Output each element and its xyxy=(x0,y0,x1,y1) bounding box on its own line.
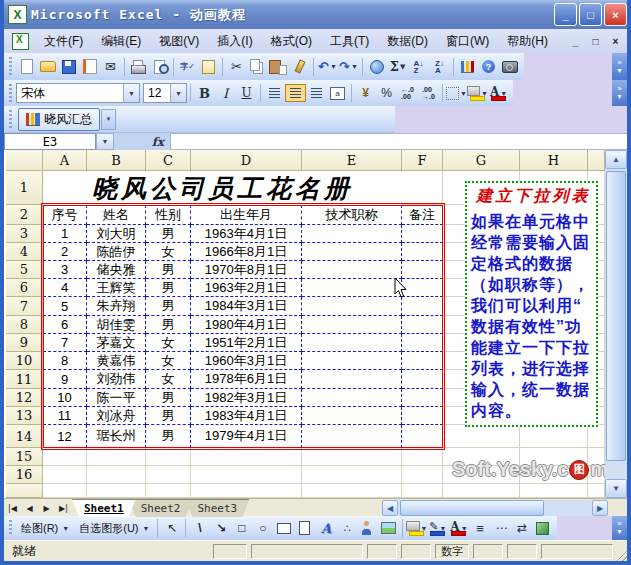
cell-A15[interactable] xyxy=(43,448,87,466)
menu-item-0[interactable]: 文件(F) xyxy=(35,30,92,53)
scroll-up-icon[interactable]: ▲ xyxy=(605,150,627,169)
cell-C5[interactable]: 男 xyxy=(146,261,191,279)
cell-Gx[interactable] xyxy=(443,484,520,498)
select-all-corner[interactable] xyxy=(6,150,43,171)
cell-D11[interactable]: 1978年6月1日 xyxy=(191,370,302,389)
doc-minimize-button[interactable]: _ xyxy=(567,34,584,49)
row-header-13[interactable]: 13 xyxy=(6,407,43,425)
cell-F14[interactable] xyxy=(402,425,443,448)
cell-B2[interactable]: 姓名 xyxy=(87,205,146,225)
tab-nav-button-1[interactable]: ◀ xyxy=(21,499,38,517)
cell-D16[interactable] xyxy=(191,466,302,484)
cell-F8[interactable] xyxy=(402,316,443,334)
row-header-11[interactable]: 11 xyxy=(6,370,43,389)
cell-D10[interactable]: 1960年3月1日 xyxy=(191,352,302,370)
toolbar-grip[interactable] xyxy=(8,520,13,537)
open-icon[interactable] xyxy=(37,58,58,76)
cell-F13[interactable] xyxy=(402,407,443,425)
chevron-down-icon[interactable]: ▼ xyxy=(481,90,488,97)
chevron-down-icon[interactable]: ▼ xyxy=(143,525,150,532)
camera-icon[interactable] xyxy=(499,58,520,76)
tab-nav-button-2[interactable]: ▶ xyxy=(38,499,55,517)
cell-B12[interactable]: 陈一平 xyxy=(87,389,146,407)
menu-item-4[interactable]: 格式(O) xyxy=(262,30,321,53)
cell-E11[interactable] xyxy=(302,370,402,389)
cell-C16[interactable] xyxy=(146,466,191,484)
clipart-icon[interactable] xyxy=(357,519,378,537)
xiaofeng-summary-button[interactable]: 晓风汇总 xyxy=(18,108,100,131)
cell-E13[interactable] xyxy=(302,407,402,425)
cell-C12[interactable]: 男 xyxy=(146,389,191,407)
font-color-icon[interactable]: A▼ xyxy=(448,519,469,537)
bold-icon[interactable]: B xyxy=(194,84,215,102)
cell-E4[interactable] xyxy=(302,243,402,261)
menu-item-6[interactable]: 数据(D) xyxy=(378,30,437,53)
row-header-7[interactable]: 7 xyxy=(6,297,43,316)
cell-C11[interactable]: 女 xyxy=(146,370,191,389)
cell-F1[interactable] xyxy=(402,171,443,205)
horizontal-scrollbar[interactable] xyxy=(398,500,592,516)
vertical-textbox-icon[interactable] xyxy=(294,519,315,537)
cell-B16[interactable] xyxy=(87,466,146,484)
fx-icon[interactable]: fx xyxy=(114,133,170,150)
research-icon[interactable] xyxy=(198,58,219,76)
chevron-down-icon[interactable]: ▼ xyxy=(400,62,405,71)
undo-icon[interactable]: ↶▼ xyxy=(317,58,338,76)
line-style-icon[interactable]: ≡ xyxy=(469,519,490,537)
cell-D14[interactable]: 1979年4月1日 xyxy=(191,425,302,448)
fill-color-icon[interactable]: ▼ xyxy=(467,84,488,102)
font-size-combo[interactable]: 12 ▼ xyxy=(143,83,187,103)
cell-D5[interactable]: 1970年8月1日 xyxy=(191,261,302,279)
horizontal-scroll-thumb[interactable] xyxy=(400,500,544,516)
cell-F11[interactable] xyxy=(402,370,443,389)
arrow-icon[interactable]: ↘ xyxy=(210,519,231,537)
print-icon[interactable] xyxy=(128,58,149,76)
cell-C15[interactable] xyxy=(146,448,191,466)
toolbar-options-chevron[interactable]: »▾ xyxy=(612,516,627,540)
picture-icon[interactable] xyxy=(378,519,399,537)
cell-G14[interactable] xyxy=(443,425,520,448)
menu-item-8[interactable]: 帮助(H) xyxy=(498,30,557,53)
cell-D13[interactable]: 1983年4月1日 xyxy=(191,407,302,425)
menu-item-3[interactable]: 插入(I) xyxy=(208,30,261,53)
percent-icon[interactable]: % xyxy=(376,84,397,102)
cell-A12[interactable]: 10 xyxy=(43,389,87,407)
cell-E5[interactable] xyxy=(302,261,402,279)
note-text-box[interactable]: 建立下拉列表 如果在单元格中经常需要输入固定格式的数据（如职称等），我们可以利用… xyxy=(465,181,598,427)
wordart-icon[interactable]: A xyxy=(315,519,336,537)
italic-icon[interactable]: I xyxy=(215,84,236,102)
save-icon[interactable] xyxy=(58,58,79,76)
cell-F15[interactable] xyxy=(402,448,443,466)
permission-icon[interactable] xyxy=(79,58,100,76)
tab-nav-button-0[interactable]: |◀ xyxy=(4,499,21,517)
toolbar-grip[interactable] xyxy=(8,84,13,102)
cell-A8[interactable]: 6 xyxy=(43,316,87,334)
row-header-14[interactable]: 14 xyxy=(6,425,43,448)
cell-F3[interactable] xyxy=(402,225,443,243)
row-header-partial[interactable] xyxy=(6,484,43,498)
sheet-tab-sheet3[interactable]: Sheet3 xyxy=(186,499,250,517)
hscroll-right-icon[interactable]: ▶ xyxy=(592,500,608,516)
cell-D4[interactable]: 1966年8月1日 xyxy=(191,243,302,261)
toolbar-dropdown-handle[interactable]: ▼ xyxy=(101,109,116,130)
cell-A4[interactable]: 2 xyxy=(43,243,87,261)
cell-B8[interactable]: 胡佳雯 xyxy=(87,316,146,334)
row-header-12[interactable]: 12 xyxy=(6,389,43,407)
cell-Ax[interactable] xyxy=(43,484,87,498)
cell-E9[interactable] xyxy=(302,334,402,352)
cell-B4[interactable]: 陈皓伊 xyxy=(87,243,146,261)
cell-D9[interactable]: 1951年2月1日 xyxy=(191,334,302,352)
name-box[interactable]: E3 xyxy=(4,133,96,150)
select-arrow-icon[interactable]: ↖ xyxy=(161,519,182,537)
hyperlink-icon[interactable] xyxy=(366,58,387,76)
cell-B11[interactable]: 刘劲伟 xyxy=(87,370,146,389)
help-icon[interactable]: ? xyxy=(478,58,499,76)
cell-B14[interactable]: 琚长州 xyxy=(87,425,146,448)
line-color-icon[interactable]: ✎▼ xyxy=(427,519,448,537)
toolbar-grip[interactable] xyxy=(8,57,13,76)
font-name-combo[interactable]: 宋体 ▼ xyxy=(16,83,140,103)
format-painter-icon[interactable] xyxy=(289,58,310,76)
cell-E2[interactable]: 技术职称 xyxy=(302,205,402,225)
cell-F2[interactable]: 备注 xyxy=(402,205,443,225)
cell-A13[interactable]: 11 xyxy=(43,407,87,425)
